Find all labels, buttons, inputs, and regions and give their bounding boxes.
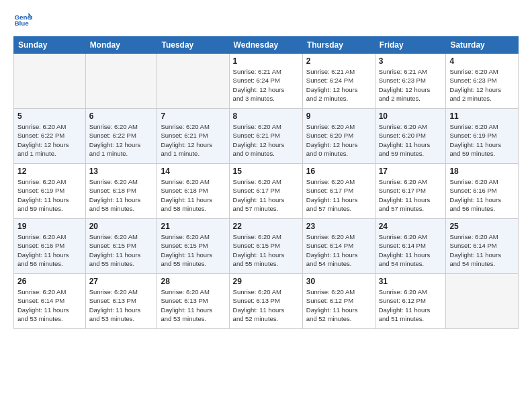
day-number: 9 — [306, 111, 371, 121]
calendar-day-cell: 1Sunrise: 6:21 AM Sunset: 6:24 PM Daylig… — [229, 54, 302, 109]
day-info: Sunrise: 6:20 AM Sunset: 6:20 PM Dayligh… — [306, 122, 371, 158]
svg-text:Blue: Blue — [14, 19, 29, 27]
calendar-day-cell: 14Sunrise: 6:20 AM Sunset: 6:18 PM Dayli… — [157, 164, 229, 219]
calendar-day-cell: 10Sunrise: 6:20 AM Sunset: 6:20 PM Dayli… — [375, 109, 446, 164]
calendar-table: SundayMondayTuesdayWednesdayThursdayFrid… — [13, 36, 519, 329]
day-number: 6 — [89, 111, 154, 121]
calendar-day-header: Tuesday — [157, 37, 229, 54]
day-number: 11 — [449, 111, 515, 121]
day-number: 5 — [17, 111, 82, 121]
day-info: Sunrise: 6:20 AM Sunset: 6:12 PM Dayligh… — [379, 287, 443, 323]
day-info: Sunrise: 6:20 AM Sunset: 6:16 PM Dayligh… — [449, 177, 515, 213]
day-info: Sunrise: 6:20 AM Sunset: 6:17 PM Dayligh… — [233, 177, 299, 213]
day-info: Sunrise: 6:21 AM Sunset: 6:24 PM Dayligh… — [306, 67, 371, 103]
day-info: Sunrise: 6:20 AM Sunset: 6:21 PM Dayligh… — [161, 122, 225, 158]
calendar-day-cell: 18Sunrise: 6:20 AM Sunset: 6:16 PM Dayli… — [446, 164, 519, 219]
calendar-day-cell: 7Sunrise: 6:20 AM Sunset: 6:21 PM Daylig… — [157, 109, 229, 164]
calendar-day-cell: 13Sunrise: 6:20 AM Sunset: 6:18 PM Dayli… — [85, 164, 157, 219]
day-info: Sunrise: 6:20 AM Sunset: 6:14 PM Dayligh… — [449, 232, 515, 268]
calendar-day-cell: 9Sunrise: 6:20 AM Sunset: 6:20 PM Daylig… — [302, 109, 375, 164]
calendar-day-cell: 22Sunrise: 6:20 AM Sunset: 6:15 PM Dayli… — [229, 219, 302, 274]
day-info: Sunrise: 6:20 AM Sunset: 6:12 PM Dayligh… — [306, 287, 371, 323]
day-number: 13 — [89, 167, 154, 176]
day-number: 26 — [17, 277, 82, 286]
day-info: Sunrise: 6:20 AM Sunset: 6:21 PM Dayligh… — [233, 122, 299, 158]
calendar-week-row: 19Sunrise: 6:20 AM Sunset: 6:16 PM Dayli… — [14, 219, 519, 274]
calendar-day-cell — [157, 54, 229, 109]
calendar-day-header: Friday — [375, 37, 446, 54]
logo-icon: General Blue — [13, 11, 32, 30]
calendar-day-cell — [85, 54, 157, 109]
day-info: Sunrise: 6:20 AM Sunset: 6:22 PM Dayligh… — [17, 122, 82, 158]
calendar-day-cell: 24Sunrise: 6:20 AM Sunset: 6:14 PM Dayli… — [375, 219, 446, 274]
day-number: 1 — [233, 56, 299, 66]
day-info: Sunrise: 6:20 AM Sunset: 6:17 PM Dayligh… — [306, 177, 371, 213]
calendar-day-cell: 25Sunrise: 6:20 AM Sunset: 6:14 PM Dayli… — [446, 219, 519, 274]
day-number: 4 — [449, 56, 515, 66]
calendar-body: 1Sunrise: 6:21 AM Sunset: 6:24 PM Daylig… — [14, 54, 519, 329]
day-number: 24 — [379, 222, 443, 231]
day-number: 14 — [161, 167, 225, 176]
calendar-day-cell: 6Sunrise: 6:20 AM Sunset: 6:22 PM Daylig… — [85, 109, 157, 164]
day-number: 20 — [89, 222, 154, 231]
calendar-day-cell — [14, 54, 86, 109]
calendar-day-cell: 15Sunrise: 6:20 AM Sunset: 6:17 PM Dayli… — [229, 164, 302, 219]
calendar-day-header: Saturday — [446, 37, 519, 54]
day-number: 15 — [233, 167, 299, 176]
calendar-week-row: 5Sunrise: 6:20 AM Sunset: 6:22 PM Daylig… — [14, 109, 519, 164]
day-number: 23 — [306, 222, 371, 231]
calendar-day-cell: 17Sunrise: 6:20 AM Sunset: 6:17 PM Dayli… — [375, 164, 446, 219]
day-info: Sunrise: 6:20 AM Sunset: 6:17 PM Dayligh… — [379, 177, 443, 213]
day-number: 28 — [161, 277, 225, 286]
calendar-day-cell: 20Sunrise: 6:20 AM Sunset: 6:15 PM Dayli… — [85, 219, 157, 274]
calendar-day-header: Monday — [85, 37, 157, 54]
calendar-day-cell: 11Sunrise: 6:20 AM Sunset: 6:19 PM Dayli… — [446, 109, 519, 164]
calendar-week-row: 1Sunrise: 6:21 AM Sunset: 6:24 PM Daylig… — [14, 54, 519, 109]
calendar-day-cell: 2Sunrise: 6:21 AM Sunset: 6:24 PM Daylig… — [302, 54, 375, 109]
day-info: Sunrise: 6:21 AM Sunset: 6:23 PM Dayligh… — [379, 67, 443, 103]
calendar-header-row: SundayMondayTuesdayWednesdayThursdayFrid… — [14, 37, 519, 54]
day-number: 16 — [306, 167, 371, 176]
logo: General Blue — [13, 11, 34, 30]
calendar-day-cell: 3Sunrise: 6:21 AM Sunset: 6:23 PM Daylig… — [375, 54, 446, 109]
day-number: 31 — [379, 277, 443, 286]
calendar-day-cell: 21Sunrise: 6:20 AM Sunset: 6:15 PM Dayli… — [157, 219, 229, 274]
calendar-day-cell: 16Sunrise: 6:20 AM Sunset: 6:17 PM Dayli… — [302, 164, 375, 219]
calendar-day-cell: 5Sunrise: 6:20 AM Sunset: 6:22 PM Daylig… — [14, 109, 86, 164]
day-info: Sunrise: 6:20 AM Sunset: 6:15 PM Dayligh… — [89, 232, 154, 268]
day-number: 30 — [306, 277, 371, 286]
day-info: Sunrise: 6:20 AM Sunset: 6:13 PM Dayligh… — [233, 287, 299, 323]
calendar-day-cell: 31Sunrise: 6:20 AM Sunset: 6:12 PM Dayli… — [375, 274, 446, 329]
day-info: Sunrise: 6:20 AM Sunset: 6:18 PM Dayligh… — [161, 177, 225, 213]
day-info: Sunrise: 6:20 AM Sunset: 6:13 PM Dayligh… — [89, 287, 154, 323]
day-info: Sunrise: 6:20 AM Sunset: 6:19 PM Dayligh… — [17, 177, 82, 213]
page-header: General Blue — [13, 11, 519, 30]
day-number: 7 — [161, 111, 225, 121]
day-info: Sunrise: 6:20 AM Sunset: 6:22 PM Dayligh… — [89, 122, 154, 158]
calendar-day-header: Wednesday — [229, 37, 302, 54]
day-info: Sunrise: 6:20 AM Sunset: 6:16 PM Dayligh… — [17, 232, 82, 268]
calendar-day-cell: 30Sunrise: 6:20 AM Sunset: 6:12 PM Dayli… — [302, 274, 375, 329]
day-info: Sunrise: 6:20 AM Sunset: 6:20 PM Dayligh… — [379, 122, 443, 158]
day-info: Sunrise: 6:20 AM Sunset: 6:14 PM Dayligh… — [17, 287, 82, 323]
day-info: Sunrise: 6:20 AM Sunset: 6:13 PM Dayligh… — [161, 287, 225, 323]
day-number: 3 — [379, 56, 443, 66]
day-number: 12 — [17, 167, 82, 176]
calendar-week-row: 26Sunrise: 6:20 AM Sunset: 6:14 PM Dayli… — [14, 274, 519, 329]
day-info: Sunrise: 6:20 AM Sunset: 6:18 PM Dayligh… — [89, 177, 154, 213]
day-number: 18 — [449, 167, 515, 176]
day-number: 21 — [161, 222, 225, 231]
day-number: 2 — [306, 56, 371, 66]
calendar-day-cell: 8Sunrise: 6:20 AM Sunset: 6:21 PM Daylig… — [229, 109, 302, 164]
day-info: Sunrise: 6:20 AM Sunset: 6:15 PM Dayligh… — [161, 232, 225, 268]
calendar-day-cell: 4Sunrise: 6:20 AM Sunset: 6:23 PM Daylig… — [446, 54, 519, 109]
day-number: 25 — [449, 222, 515, 231]
day-info: Sunrise: 6:20 AM Sunset: 6:14 PM Dayligh… — [379, 232, 443, 268]
day-info: Sunrise: 6:20 AM Sunset: 6:14 PM Dayligh… — [306, 232, 371, 268]
day-number: 27 — [89, 277, 154, 286]
day-number: 17 — [379, 167, 443, 176]
calendar-day-cell: 29Sunrise: 6:20 AM Sunset: 6:13 PM Dayli… — [229, 274, 302, 329]
day-info: Sunrise: 6:20 AM Sunset: 6:23 PM Dayligh… — [449, 67, 515, 103]
calendar-day-cell: 26Sunrise: 6:20 AM Sunset: 6:14 PM Dayli… — [14, 274, 86, 329]
calendar-day-cell: 23Sunrise: 6:20 AM Sunset: 6:14 PM Dayli… — [302, 219, 375, 274]
